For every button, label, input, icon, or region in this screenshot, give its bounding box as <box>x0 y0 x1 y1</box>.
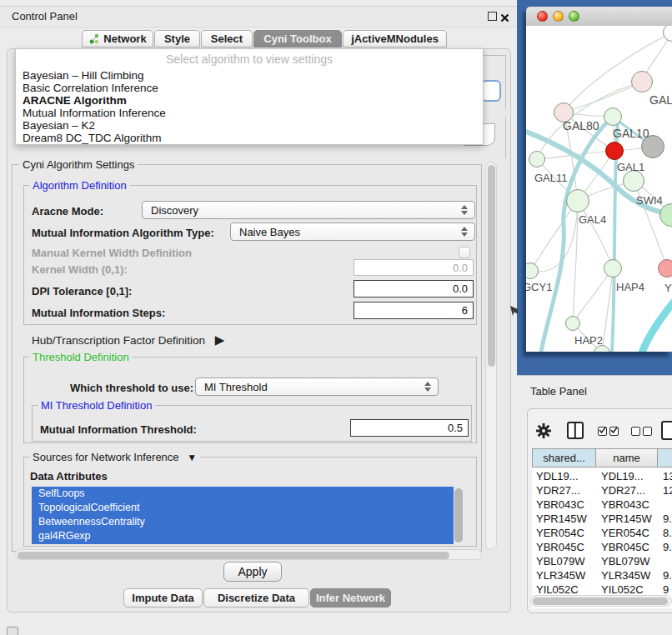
graph-node-selected[interactable] <box>605 142 624 160</box>
node-label-gal10: GAL10 <box>613 127 649 140</box>
table-cell[interactable]: 9. <box>659 512 672 525</box>
table-cell[interactable]: 9. <box>659 541 672 553</box>
mi-threshold-field[interactable]: 0.5 <box>350 419 469 437</box>
column-header-extra[interactable] <box>657 448 672 468</box>
tab-jactivemnodules-label: jActiveMNodules <box>351 32 439 45</box>
table-cell[interactable]: YBR045C <box>532 541 584 553</box>
list-item[interactable]: BetweennessCentrality <box>32 515 454 529</box>
table-cell[interactable]: YBL079W <box>532 555 585 568</box>
tab-discretize-data[interactable]: Discretize Data <box>203 588 309 608</box>
tab-jactivemnodules[interactable]: jActiveMNodules <box>343 30 447 48</box>
close-traffic-light[interactable] <box>537 11 548 22</box>
mi-type-combo[interactable]: Naive Bayes <box>230 222 475 241</box>
table-hscrollbar-thumb[interactable] <box>533 598 668 605</box>
tab-infer-network[interactable]: Infer Network <box>310 588 391 608</box>
list-item[interactable]: SelfLoops <box>32 487 454 501</box>
graph-node-hap2[interactable] <box>565 316 580 331</box>
table-cell[interactable]: YBR043C <box>597 498 649 511</box>
threshold-definition-title: Threshold Definition <box>29 351 133 363</box>
mi-type-value: Naive Bayes <box>239 226 300 238</box>
minimize-traffic-light[interactable] <box>553 11 564 22</box>
manual-kernel-checkbox[interactable] <box>459 247 470 258</box>
table-cell[interactable]: 8. <box>659 527 672 539</box>
table-cell[interactable]: YER054C <box>532 527 584 539</box>
tab-style[interactable]: Style <box>154 30 200 48</box>
table-cell[interactable]: YLR345W <box>597 569 650 582</box>
hub-definition-toggle[interactable]: Hub/Transcription Factor Definition ▶ <box>32 332 224 348</box>
tab-select[interactable]: Select <box>201 30 253 48</box>
settings-hscrollbar-track[interactable] <box>15 549 482 560</box>
graph-node-gal4[interactable] <box>566 189 589 212</box>
zoom-traffic-light[interactable] <box>569 11 579 22</box>
gear-icon[interactable] <box>536 423 551 442</box>
node-label-hap4: HAP4 <box>616 281 644 293</box>
network-canvas[interactable]: GAL GAL80 GAL10 GAL11 GAL1 SWI4 GAL4 GCY… <box>526 26 672 352</box>
select-all-checkbox-icon[interactable] <box>598 427 607 436</box>
popup-item-selected[interactable]: ARACNE Algorithm <box>16 94 483 107</box>
tab-cyni-toolbox[interactable]: Cyni Toolbox <box>253 30 342 48</box>
table-cell[interactable]: 9. <box>659 569 672 582</box>
settings-vscrollbar-thumb[interactable] <box>488 165 495 367</box>
popup-item[interactable]: Bayesian – K2 <box>16 119 483 132</box>
popup-item[interactable]: Bayesian – Hill Climbing <box>16 69 483 82</box>
columns-icon[interactable] <box>567 422 584 439</box>
close-icon[interactable] <box>500 11 509 26</box>
popup-item[interactable]: Mutual Information Inference <box>16 107 483 119</box>
table-cell[interactable]: YER054C <box>597 527 649 539</box>
table-cell[interactable]: YDR27... <box>597 484 645 497</box>
deselect-all-checkbox-icon[interactable] <box>643 427 652 436</box>
aracne-mode-combo[interactable]: Discovery <box>142 201 475 219</box>
algorithm-popup: Select algorithm to view settings Bayesi… <box>15 48 484 145</box>
table-cell[interactable]: YDL19... <box>597 470 644 482</box>
table-cell[interactable]: 12 <box>659 484 672 497</box>
control-panel-titlebar <box>0 6 517 28</box>
settings-vscrollbar-track[interactable] <box>485 162 497 550</box>
column-header-name[interactable]: name <box>595 448 658 468</box>
which-threshold-label: Which threshold to use: <box>70 382 193 394</box>
table-cell[interactable]: YIL052C <box>597 583 644 596</box>
popup-item[interactable]: Basic Correlation Inference <box>16 82 483 94</box>
document-icon[interactable] <box>661 421 672 440</box>
select-all-checkbox-icon[interactable] <box>609 427 619 436</box>
combo-spinner-icon <box>461 205 467 215</box>
table-cell[interactable]: YBL079W <box>597 555 650 568</box>
float-window-icon[interactable] <box>488 12 497 21</box>
list-item[interactable]: TopologicalCoefficient <box>32 501 454 515</box>
popup-item[interactable]: Dream8 DC_TDC Algorithm <box>16 132 483 144</box>
collapsed-panel-icon[interactable] <box>7 627 18 635</box>
manual-kernel-label: Manual Kernel Width Definition <box>32 247 192 259</box>
graph-node-hap4[interactable] <box>604 259 622 278</box>
tab-impute-data[interactable]: Impute Data <box>123 588 203 608</box>
deselect-all-checkbox-icon[interactable] <box>631 427 640 436</box>
settings-hscrollbar-thumb[interactable] <box>18 552 449 559</box>
list-scrollbar[interactable] <box>454 488 463 542</box>
apply-button[interactable]: Apply <box>223 562 282 582</box>
table-cell[interactable]: 9 <box>659 583 669 596</box>
table-cell[interactable]: YBR045C <box>597 541 649 553</box>
tab-network[interactable]: Network <box>82 30 153 48</box>
node-table: shared... name YDL19... YDL19... 13 YDR2… <box>532 448 672 608</box>
table-cell[interactable]: YPR145W <box>532 512 587 525</box>
dpi-tolerance-field[interactable]: 0.0 <box>354 280 474 298</box>
table-cell[interactable]: YIL052C <box>532 583 579 596</box>
graph-node-gal10[interactable] <box>604 108 622 126</box>
table-hscrollbar-track[interactable] <box>530 595 672 607</box>
table-cell[interactable]: YDL19... <box>532 470 579 482</box>
table-cell[interactable]: YPR145W <box>597 512 652 525</box>
column-header-shared[interactable]: shared... <box>532 448 596 468</box>
list-item[interactable]: gal4RGexp <box>32 529 454 543</box>
graph-node-salmon[interactable] <box>658 259 672 278</box>
focused-combo-fragment[interactable] <box>481 80 501 102</box>
expand-arrow-icon: ▶ <box>215 332 225 347</box>
sources-title-row[interactable]: Sources for Network Inference ▼ <box>29 451 200 463</box>
table-cell[interactable]: YBR043C <box>532 498 584 511</box>
graph-node[interactable] <box>631 71 653 92</box>
table-cell[interactable]: YDR27... <box>532 484 580 497</box>
kernel-width-field[interactable]: 0.0 <box>354 259 474 276</box>
graph-node-gal11[interactable] <box>529 151 545 168</box>
mi-threshold-group-title: MI Threshold Definition <box>38 399 155 412</box>
which-threshold-combo[interactable]: MI Threshold <box>195 378 439 396</box>
table-cell[interactable]: 13 <box>659 470 672 482</box>
mi-steps-field[interactable]: 6 <box>354 302 474 319</box>
table-cell[interactable]: YLR345W <box>532 569 585 582</box>
